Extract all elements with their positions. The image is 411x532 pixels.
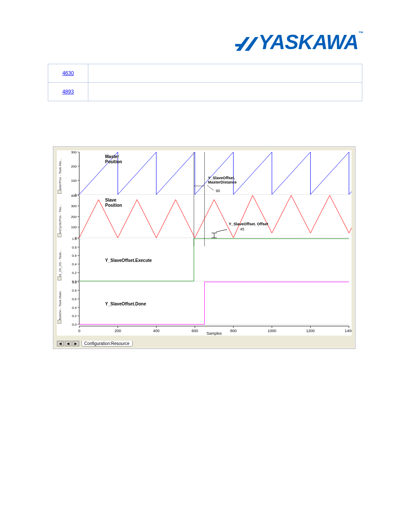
sheet-tab[interactable]: Configuration:Resource: [81, 341, 133, 347]
logo-text: YASKAWA: [258, 31, 358, 53]
svg-text:Master: Master: [105, 154, 119, 159]
svg-text:800: 800: [230, 329, 237, 333]
svg-text:1000: 1000: [268, 329, 276, 333]
id-link[interactable]: 4630: [62, 70, 74, 76]
svg-text:90: 90: [216, 189, 220, 193]
svg-text:0.4: 0.4: [72, 262, 77, 266]
svg-text:1.0: 1.0: [72, 280, 77, 284]
svg-text:200: 200: [71, 165, 77, 168]
svg-text:0.6: 0.6: [72, 254, 77, 258]
svg-text:0.8: 0.8: [72, 289, 77, 292]
tab-nav-first-icon[interactable]: ◄: [57, 341, 64, 346]
chart-frame: MasterPos - Task.Ma...0100200300MasterPo…: [53, 146, 355, 349]
svg-text:200: 200: [71, 215, 77, 219]
id-link[interactable]: 4893: [62, 89, 74, 95]
svg-text:400: 400: [153, 329, 159, 333]
table-row: 4893: [48, 83, 362, 101]
svg-text:1200: 1200: [306, 329, 315, 333]
svg-text:Y_SlaveOffset.: Y_SlaveOffset.: [208, 176, 235, 180]
svg-rect-59: [58, 320, 61, 324]
svg-text:Slave: Slave: [105, 198, 117, 202]
svg-text:0.2: 0.2: [72, 314, 77, 318]
svg-text:400: 400: [71, 194, 77, 198]
brand-logo: YASKAWA™: [235, 30, 364, 54]
table-row: 4630: [48, 64, 362, 83]
table-cell-id[interactable]: 4893: [48, 83, 88, 101]
id-table: 4630 4893: [48, 64, 362, 101]
chart-svg: MasterPos - Task.Ma...0100200300MasterPo…: [57, 150, 352, 336]
svg-text:0: 0: [78, 329, 80, 333]
svg-text:0.4: 0.4: [72, 306, 77, 310]
svg-text:MasterPos - Task.Ma...: MasterPos - Task.Ma...: [58, 159, 62, 194]
svg-text:0.8: 0.8: [72, 246, 77, 249]
svg-rect-1: [58, 190, 61, 194]
svg-text:Y_SlaveOffset.Done: Y_SlaveOffset.Done: [105, 302, 146, 306]
svg-rect-21: [58, 233, 61, 237]
svg-text:300: 300: [71, 150, 77, 154]
svg-text:100: 100: [71, 179, 77, 183]
svg-text:1.0: 1.0: [72, 237, 77, 241]
svg-text:0.6: 0.6: [72, 297, 77, 301]
trademark-icon: ™: [358, 30, 364, 36]
svg-text:OffsetOn - Task.Main: OffsetOn - Task.Main: [58, 291, 62, 324]
svg-text:Samples: Samples: [206, 331, 222, 336]
table-cell-desc: [88, 83, 362, 101]
svg-text:M01_DI_03 - Task...: M01_DI_03 - Task...: [58, 249, 62, 280]
svg-text:Y_SlaveOffset.Execute: Y_SlaveOffset.Execute: [105, 258, 152, 263]
svg-text:1400: 1400: [345, 329, 352, 333]
svg-text:Position: Position: [105, 159, 122, 164]
svg-text:0.2: 0.2: [72, 271, 77, 275]
svg-text:45: 45: [240, 227, 244, 231]
svg-text:MasterDistance: MasterDistance: [208, 180, 237, 184]
sheet-tabs: ◄◄► Configuration:Resource: [57, 341, 133, 347]
svg-text:0.0: 0.0: [72, 323, 77, 327]
svg-text:200: 200: [115, 329, 121, 333]
svg-text:300: 300: [71, 204, 77, 208]
logo-mark-icon: [235, 35, 258, 54]
svg-text:Position: Position: [105, 203, 122, 208]
svg-text:NonCyclicPos - Tas...: NonCyclicPos - Tas...: [58, 204, 62, 237]
table-cell-desc: [88, 64, 362, 83]
svg-text:100: 100: [71, 225, 77, 229]
tab-nav-prev-icon[interactable]: ◄: [65, 341, 72, 346]
svg-text:600: 600: [192, 329, 198, 333]
table-cell-id[interactable]: 4630: [48, 64, 88, 83]
tab-nav-next-icon[interactable]: ►: [72, 341, 79, 346]
svg-text:Y_SlaveOffset. Offset: Y_SlaveOffset. Offset: [229, 222, 268, 226]
svg-rect-42: [58, 277, 61, 280]
chart-area: MasterPos - Task.Ma...0100200300MasterPo…: [57, 150, 352, 336]
